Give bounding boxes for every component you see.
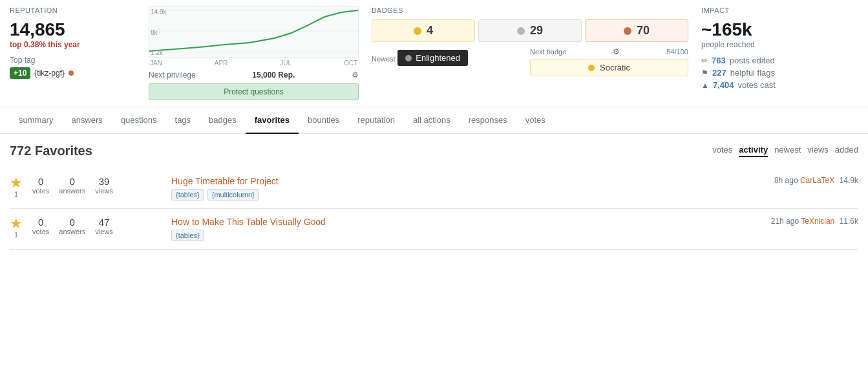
badge-counts: 4 29 70 [372, 19, 688, 42]
star-num: 1 [14, 191, 18, 198]
tab-all-actions[interactable]: all actions [404, 107, 460, 134]
impact-header: IMPACT [701, 6, 858, 14]
answers-stat: 0 answers [59, 217, 85, 235]
triangle-icon: ▲ [701, 81, 709, 90]
question-stats: 0 votes 0 answers 39 views [32, 176, 162, 195]
answers-label: answers [59, 228, 85, 235]
star-icon: ★ [10, 176, 23, 190]
votes-label: votes [32, 228, 49, 235]
star-icon: ★ [10, 217, 23, 231]
chart-y-top: 14.9k [151, 8, 166, 16]
chart-x-oct: OCT [344, 60, 357, 67]
helpful-flags-count: 227 [712, 68, 726, 78]
question-content: Huge Timetable for Project {tables} {mul… [171, 176, 719, 200]
impact-section: IMPACT ~165k people reached ✏ 763 posts … [701, 6, 858, 100]
star-button[interactable]: ★ 1 [10, 217, 23, 239]
question-meta: 8h ago CarLaTeX 14.9k [729, 176, 858, 185]
rep-chart: 14.9k 8k 1.2k JAN APR JUL OCT Next privi… [149, 6, 359, 100]
chart-y-bot: 1.2k [151, 49, 166, 56]
answers-num: 0 [70, 176, 75, 187]
profile-nav: summary answers questions tags badges fa… [0, 107, 868, 134]
privilege-gear-icon[interactable]: ⚙ [352, 70, 359, 80]
gold-dot-icon [414, 27, 421, 35]
sort-added[interactable]: added [835, 145, 858, 157]
tab-summary[interactable]: summary [10, 107, 62, 134]
tag-name: {tikz-pgf} [34, 69, 65, 78]
favorites-header: 772 Favorites votes activity newest view… [10, 144, 858, 158]
question-title[interactable]: How to Make This Table Visually Good [171, 217, 719, 227]
enlightened-dot-icon [405, 55, 412, 61]
badges-newest: Newest Enlightened [372, 47, 530, 66]
tab-questions[interactable]: questions [112, 107, 166, 134]
protect-questions-button[interactable]: Protect questions [149, 83, 359, 100]
question-row: ★ 1 0 votes 0 answers 47 views How to Ma… [10, 209, 858, 250]
rep-chart-svg [149, 7, 358, 56]
tab-badges[interactable]: badges [200, 107, 246, 134]
tag-dot-icon [69, 70, 74, 76]
reputation-section: REPUTATION 14,865 top 0.38% this year To… [10, 6, 359, 100]
votes-cast-stat: ▲ 7,404 votes cast [701, 80, 858, 90]
question-tag[interactable]: {tables} [171, 189, 204, 200]
newest-label: Newest [372, 55, 396, 63]
votes-cast-label: votes cast [737, 80, 776, 90]
tab-answers[interactable]: answers [62, 107, 111, 134]
sort-views[interactable]: views [807, 145, 829, 157]
socratic-badge: Socratic [530, 59, 688, 76]
tab-reputation[interactable]: reputation [348, 107, 404, 134]
answers-stat: 0 answers [59, 176, 85, 195]
bronze-badge-count: 70 [585, 19, 688, 42]
chart-container: 14.9k 8k 1.2k [149, 6, 359, 58]
star-button[interactable]: ★ 1 [10, 176, 23, 198]
badges-section: BADGES 4 29 70 Newest Enlightened [372, 6, 688, 100]
chart-y-labels: 14.9k 8k 1.2k [151, 7, 166, 58]
flag-icon: ⚑ [701, 69, 708, 78]
tab-responses[interactable]: responses [460, 107, 516, 134]
answers-label: answers [59, 187, 85, 195]
question-tag[interactable]: {multicolumn} [207, 189, 259, 200]
impact-value: ~165k [701, 19, 858, 40]
chart-x-jan: JAN [150, 60, 162, 67]
next-privilege-value: 15,000 Rep. [252, 70, 295, 80]
tab-votes[interactable]: votes [516, 107, 555, 134]
views-num: 47 [99, 217, 110, 228]
badges-next: Next badge ⚙ 54/100 Socratic [530, 47, 688, 76]
question-title[interactable]: Huge Timetable for Project [171, 176, 719, 186]
bronze-count: 70 [637, 24, 650, 38]
chart-y-mid: 8k [151, 29, 166, 36]
badges-bottom: Newest Enlightened Next badge ⚙ 54/100 S… [372, 47, 688, 76]
question-row: ★ 1 0 votes 0 answers 39 views Huge Time… [10, 168, 858, 209]
question-tag[interactable]: {tables} [171, 230, 204, 241]
question-user-rep: 14.9k [840, 176, 858, 185]
next-privilege-label: Next privilege [149, 70, 196, 80]
sort-activity[interactable]: activity [739, 145, 768, 157]
next-privilege: Next privilege 15,000 Rep. ⚙ [149, 70, 359, 80]
favorites-label: Favorites [35, 144, 92, 158]
sort-tabs: votes activity newest views added [712, 145, 858, 157]
question-user[interactable]: CarLaTeX [800, 176, 834, 185]
sort-votes[interactable]: votes [712, 145, 732, 157]
gold-count: 4 [427, 24, 433, 38]
question-content: How to Make This Table Visually Good {ta… [171, 217, 719, 241]
posts-edited-stat: ✏ 763 posts edited [701, 56, 858, 65]
chart-x-labels: JAN APR JUL OCT [149, 60, 359, 67]
votes-label: votes [32, 187, 49, 195]
tab-bounties[interactable]: bounties [299, 107, 348, 134]
views-label: views [95, 187, 113, 195]
favorites-container: 772 Favorites votes activity newest view… [0, 134, 868, 259]
next-badge-gear-icon[interactable]: ⚙ [613, 47, 620, 56]
question-user[interactable]: TeXnician [801, 217, 834, 226]
sort-newest[interactable]: newest [774, 145, 801, 157]
tab-favorites[interactable]: favorites [246, 107, 299, 134]
star-num: 1 [14, 232, 18, 239]
favorites-count: 772 Favorites [10, 144, 92, 158]
badge-next-label: Next badge ⚙ 54/100 [530, 47, 688, 56]
tag-score: +10 [10, 67, 30, 79]
top-tag-label: Top tag [10, 56, 139, 65]
chart-x-jul: JUL [280, 60, 291, 67]
question-tags: {tables} {multicolumn} [171, 189, 719, 200]
helpful-flags-stat: ⚑ 227 helpful flags [701, 68, 858, 78]
votes-num: 0 [38, 217, 43, 228]
tab-tags[interactable]: tags [166, 107, 200, 134]
posts-edited-count: 763 [712, 56, 726, 65]
answers-num: 0 [70, 217, 75, 228]
